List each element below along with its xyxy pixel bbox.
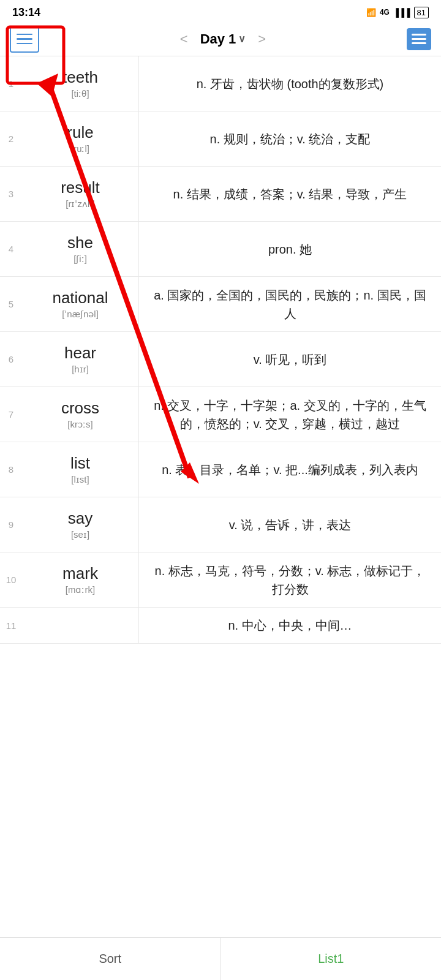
word-number: 6 [0, 332, 22, 386]
word-number: 8 [0, 442, 22, 497]
word-phonetic: [krɔːs] [67, 419, 92, 430]
wifi-icon: 📶 [366, 8, 376, 17]
word-definition: n. 中心，中央，中间… [228, 616, 352, 635]
sort-button[interactable]: Sort [0, 938, 221, 980]
word-phonetic: [hɪr] [72, 364, 89, 375]
word-left [22, 608, 138, 643]
word-number: 7 [0, 387, 22, 442]
header: < Day 1 ∨ > [0, 22, 441, 56]
status-time: 13:14 [12, 6, 40, 19]
list1-button[interactable]: List1 [221, 938, 442, 980]
list-view-button[interactable] [407, 28, 431, 50]
word-definition-area: n. 表，目录，名单；v. 把...编列成表，列入表内 [139, 442, 441, 497]
word-english: list [70, 454, 90, 473]
word-left: teeth[tiːθ] [22, 56, 138, 111]
menu-line-1 [17, 34, 32, 36]
word-english: rule [67, 123, 93, 142]
word-definition-area: v. 听见，听到 [139, 332, 441, 386]
word-number: 4 [0, 222, 22, 276]
battery-icon: 81 [414, 7, 429, 18]
word-left: mark[mɑːrk] [22, 552, 138, 607]
menu-button[interactable] [10, 26, 39, 53]
word-left: national[ˈnæʃnəl] [22, 277, 138, 331]
word-left: rule[ruːl] [22, 111, 138, 166]
status-bar: 13:14 📶 4G ▐▐▐ 81 [0, 0, 441, 22]
word-english: result [61, 178, 100, 197]
word-english: hear [64, 344, 96, 363]
menu-line-3 [17, 43, 32, 45]
word-item[interactable]: 9say[seɪ]v. 说，告诉，讲，表达 [0, 497, 441, 552]
word-definition-area: n. 规则，统治；v. 统治，支配 [139, 111, 441, 166]
word-phonetic: [ˈnæʃnəl] [62, 309, 99, 320]
header-nav: < Day 1 ∨ > [175, 29, 271, 50]
word-item[interactable]: 10mark[mɑːrk]n. 标志，马克，符号，分数；v. 标志，做标记于，打… [0, 552, 441, 608]
word-number: 5 [0, 277, 22, 331]
word-left: cross[krɔːs] [22, 387, 138, 442]
word-definition: n. 表，目录，名单；v. 把...编列成表，列入表内 [162, 461, 418, 479]
word-definition-area: v. 说，告诉，讲，表达 [139, 497, 441, 552]
word-english: teeth [62, 68, 98, 87]
word-definition-area: a. 国家的，全国的，国民的，民族的；n. 国民，国人 [139, 277, 441, 331]
word-item[interactable]: 8list[lɪst]n. 表，目录，名单；v. 把...编列成表，列入表内 [0, 442, 441, 497]
word-phonetic: [ruːl] [71, 143, 89, 154]
prev-button[interactable]: < [175, 29, 193, 50]
word-number: 3 [0, 167, 22, 221]
word-item[interactable]: 1teeth[tiːθ]n. 牙齿，齿状物 (tooth的复数形式) [0, 56, 441, 111]
word-item[interactable]: 6hear[hɪr]v. 听见，听到 [0, 332, 441, 387]
word-phonetic: [ʃiː] [74, 254, 87, 265]
word-definition: v. 听见，听到 [254, 350, 327, 369]
menu-line-2 [17, 38, 32, 40]
word-left: say[seɪ] [22, 497, 138, 552]
word-english: she [67, 233, 93, 252]
word-definition: n. 标志，马克，符号，分数；v. 标志，做标记于，打分数 [149, 562, 431, 598]
word-definition-area: n. 结果，成绩，答案；v. 结果，导致，产生 [139, 167, 441, 221]
word-item-partial: 11n. 中心，中央，中间… [0, 608, 441, 644]
list-icon-line-2 [412, 38, 426, 40]
word-english: national [52, 288, 108, 307]
word-phonetic: [tiːθ] [71, 88, 89, 99]
word-definition-area: n. 交叉，十字，十字架；a. 交叉的，十字的，生气的，愤怒的；v. 交叉，穿越… [139, 387, 441, 442]
list-icon-line-1 [412, 34, 426, 36]
word-definition-area: n. 标志，马克，符号，分数；v. 标志，做标记于，打分数 [139, 552, 441, 607]
word-item[interactable]: 4she[ʃiː]pron. 她 [0, 222, 441, 277]
word-english: say [68, 509, 92, 528]
word-definition: n. 交叉，十字，十字架；a. 交叉的，十字的，生气的，愤怒的；v. 交叉，穿越… [149, 396, 431, 433]
list-icon-line-3 [412, 42, 426, 44]
word-number: 2 [0, 111, 22, 166]
word-definition: pron. 她 [268, 240, 312, 258]
word-definition-area: pron. 她 [139, 222, 441, 276]
day-title[interactable]: Day 1 ∨ [200, 31, 246, 47]
word-item[interactable]: 2rule[ruːl]n. 规则，统治；v. 统治，支配 [0, 111, 441, 167]
word-left: hear[hɪr] [22, 332, 138, 386]
word-number: 10 [0, 552, 22, 607]
word-number: 9 [0, 497, 22, 552]
word-phonetic: [lɪst] [71, 474, 89, 485]
word-item[interactable]: 7cross[krɔːs]n. 交叉，十字，十字架；a. 交叉的，十字的，生气的… [0, 387, 441, 442]
word-definition: n. 牙齿，齿状物 (tooth的复数形式) [197, 75, 384, 93]
chevron-down-icon: ∨ [238, 33, 246, 45]
word-english: mark [62, 564, 98, 583]
word-definition: n. 结果，成绩，答案；v. 结果，导致，产生 [173, 185, 407, 203]
word-left: list[lɪst] [22, 442, 138, 497]
signal-icon: ▐▐▐ [393, 8, 410, 17]
word-number: 1 [0, 56, 22, 111]
word-definition: v. 说，告诉，讲，表达 [229, 516, 352, 534]
word-phonetic: [rɪˈzʌlt] [66, 198, 94, 209]
word-definition-area: n. 中心，中央，中间… [139, 608, 441, 643]
word-item[interactable]: 5national[ˈnæʃnəl]a. 国家的，全国的，国民的，民族的；n. … [0, 277, 441, 332]
signal-4g-label: 4G [380, 8, 390, 17]
word-phonetic: [mɑːrk] [66, 584, 95, 595]
word-definition-area: n. 牙齿，齿状物 (tooth的复数形式) [139, 56, 441, 111]
word-number: 11 [0, 608, 22, 643]
word-phonetic: [seɪ] [71, 529, 89, 540]
word-left: result[rɪˈzʌlt] [22, 167, 138, 221]
status-icons: 📶 4G ▐▐▐ 81 [366, 7, 429, 18]
word-definition: n. 规则，统治；v. 统治，支配 [210, 130, 371, 148]
next-button[interactable]: > [253, 29, 271, 50]
word-item[interactable]: 3result[rɪˈzʌlt]n. 结果，成绩，答案；v. 结果，导致，产生 [0, 167, 441, 222]
bottom-bar: Sort List1 [0, 937, 441, 980]
word-english: cross [61, 399, 99, 418]
word-definition: a. 国家的，全国的，国民的，民族的；n. 国民，国人 [149, 286, 431, 323]
word-left: she[ʃiː] [22, 222, 138, 276]
word-list: 1teeth[tiːθ]n. 牙齿，齿状物 (tooth的复数形式)2rule[… [0, 56, 441, 644]
